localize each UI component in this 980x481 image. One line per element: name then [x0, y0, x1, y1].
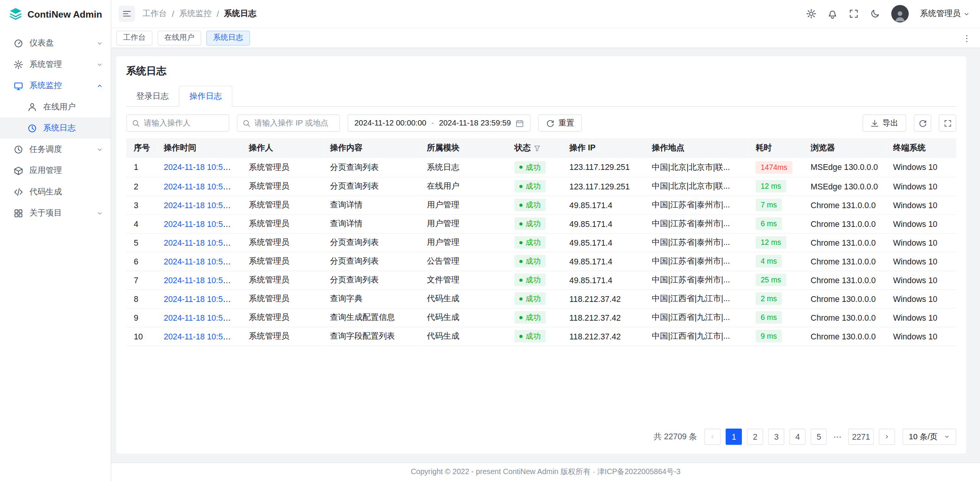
- page-button-3[interactable]: 3: [768, 429, 784, 445]
- operation-time-link[interactable]: 2024-11-18 10:51:53: [164, 256, 239, 266]
- user-menu[interactable]: 系统管理员: [920, 8, 970, 19]
- operation-time-link[interactable]: 2024-11-18 10:51:50: [164, 294, 239, 303]
- refresh-icon: [547, 119, 555, 127]
- next-page-button[interactable]: [879, 429, 895, 445]
- cell-content: 查询详情: [322, 196, 419, 214]
- cell-os: Windows 10: [885, 327, 956, 346]
- page-size-select[interactable]: 10 条/页: [903, 429, 956, 445]
- cell-ip: 49.85.171.4: [562, 196, 645, 214]
- table-fullscreen-button[interactable]: [939, 114, 956, 132]
- tab-label: 系统日志: [213, 33, 243, 43]
- tab-label: 工作台: [123, 33, 146, 43]
- cell-location: 中国|江西省|九江市|...: [644, 289, 748, 308]
- system-log-card: 系统日志 登录日志 操作日志 2024-11-12 00:00:: [116, 56, 966, 453]
- tab-system-log[interactable]: 系统日志: [206, 30, 250, 45]
- cell-operator: 系统管理员: [241, 308, 322, 327]
- sidebar-item-system-monitor[interactable]: 系统监控: [0, 75, 111, 96]
- operation-time-link[interactable]: 2024-11-18 10:52:47: [164, 181, 239, 191]
- operator-search-input[interactable]: [144, 119, 224, 127]
- table-row: 102024-11-18 10:51:49系统管理员查询字段配置列表代码生成成功…: [126, 327, 956, 346]
- cell-index: 10: [126, 327, 156, 346]
- cell-os: Windows 10: [885, 214, 956, 233]
- page-button-5[interactable]: 5: [811, 429, 827, 445]
- operation-time-link[interactable]: 2024-11-18 10:51:49: [164, 313, 239, 322]
- duration-badge: 1474ms: [756, 161, 792, 174]
- settings-icon[interactable]: [806, 9, 816, 19]
- tabbar-more-icon[interactable]: ⋮: [960, 33, 974, 42]
- tab-workbench[interactable]: 工作台: [116, 30, 153, 45]
- cell-module: 代码生成: [420, 289, 507, 308]
- cell-operator: 系统管理员: [241, 196, 322, 214]
- operation-time-link[interactable]: 2024-11-18 10:52:12: [164, 200, 239, 209]
- main-content: 系统日志 登录日志 操作日志 2024-11-12 00:00:: [111, 47, 980, 462]
- breadcrumb-item-system-monitor[interactable]: 系统监控: [179, 8, 212, 19]
- search-icon: [132, 119, 140, 127]
- export-button[interactable]: 导出: [862, 114, 906, 132]
- sidebar-item-app-management[interactable]: 应用管理: [0, 160, 111, 181]
- status-dot-icon: [519, 316, 523, 319]
- page-button-2271[interactable]: 2271: [848, 429, 874, 445]
- fullscreen-icon[interactable]: [849, 9, 859, 19]
- sidebar-item-about-project[interactable]: 关于项目: [0, 202, 111, 224]
- operation-time-link[interactable]: 2024-11-18 10:52:55: [164, 163, 239, 172]
- cell-module: 用户管理: [420, 233, 507, 252]
- reset-button[interactable]: 重置: [539, 114, 582, 132]
- dark-mode-moon-icon[interactable]: [870, 9, 880, 19]
- sidebar-collapse-button[interactable]: [119, 6, 135, 22]
- app-root: ContiNew Admin 仪表盘 系统管理 系统监控 在线用户: [0, 0, 980, 481]
- status-dot-icon: [519, 166, 523, 169]
- logo[interactable]: ContiNew Admin: [0, 0, 111, 28]
- cell-ip: 123.117.129.251: [562, 158, 645, 177]
- cell-module: 代码生成: [420, 308, 507, 327]
- cell-index: 8: [126, 289, 156, 308]
- pagination: 共 22709 条 12345⋯2271 10 条/页: [126, 421, 956, 448]
- sidebar-item-system-log[interactable]: 系统日志: [0, 117, 111, 139]
- cell-status: 成功: [507, 158, 562, 177]
- chevron-down-icon: [944, 434, 950, 440]
- tab-operation-log[interactable]: 操作日志: [179, 86, 232, 107]
- page-button-1[interactable]: 1: [726, 429, 742, 445]
- duration-badge: 4 ms: [756, 255, 782, 267]
- operation-time-link[interactable]: 2024-11-18 10:51:49: [164, 331, 239, 341]
- avatar-person-icon: [893, 9, 907, 23]
- copyright-text: Copyright © 2022 - present ContiNew Admi…: [411, 467, 681, 478]
- sidebar-item-code-generation[interactable]: 代码生成: [0, 181, 111, 202]
- tab-login-log[interactable]: 登录日志: [126, 86, 179, 106]
- sidebar-item-label: 仪表盘: [29, 38, 90, 49]
- sidebar-item-online-users[interactable]: 在线用户: [0, 96, 111, 117]
- status-filter-funnel-icon[interactable]: [534, 145, 541, 152]
- cell-time: 2024-11-18 10:51:49: [156, 308, 241, 327]
- cell-operator: 系统管理员: [241, 252, 322, 271]
- page-button-4[interactable]: 4: [789, 429, 805, 445]
- duration-badge: 25 ms: [756, 274, 786, 286]
- breadcrumb-item-workbench[interactable]: 工作台: [142, 8, 167, 19]
- pagination-ellipsis[interactable]: ⋯: [832, 432, 843, 441]
- cell-content: 查询生成配置信息: [322, 308, 419, 327]
- cell-ip: 118.212.37.42: [562, 308, 645, 327]
- tab-online-users[interactable]: 在线用户: [157, 30, 201, 45]
- cell-module: 文件管理: [420, 271, 507, 289]
- sidebar-item-dashboard[interactable]: 仪表盘: [0, 33, 111, 54]
- page-button-2[interactable]: 2: [747, 429, 763, 445]
- avatar[interactable]: [891, 5, 909, 23]
- sidebar-item-system-management[interactable]: 系统管理: [0, 54, 111, 75]
- notification-bell-icon[interactable]: [828, 9, 838, 19]
- column-header-browser: 浏览器: [803, 138, 886, 158]
- cell-status: 成功: [507, 252, 562, 271]
- table-refresh-button[interactable]: [914, 114, 931, 132]
- cell-ip: 118.212.37.42: [562, 289, 645, 308]
- operation-time-link[interactable]: 2024-11-18 10:52:05: [164, 219, 239, 228]
- sidebar-item-task-schedule[interactable]: 任务调度: [0, 139, 111, 160]
- operation-time-link[interactable]: 2024-11-18 10:51:55: [164, 238, 239, 247]
- logo-icon: [9, 7, 23, 21]
- date-range-picker[interactable]: 2024-11-12 00:00:00 - 2024-11-18 23:59:5…: [348, 114, 531, 132]
- table-row: 52024-11-18 10:51:55系统管理员分页查询列表用户管理成功49.…: [126, 233, 956, 252]
- operation-time-link[interactable]: 2024-11-18 10:51:52: [164, 275, 239, 284]
- calendar-icon: [516, 119, 524, 127]
- prev-page-button[interactable]: [704, 429, 720, 445]
- page-title: 系统日志: [126, 65, 956, 78]
- page-size-value: 10 条/页: [909, 431, 938, 442]
- footer: Copyright © 2022 - present ContiNew Admi…: [111, 462, 980, 481]
- ip-search-input[interactable]: [254, 119, 334, 127]
- cell-os: Windows 10: [885, 289, 956, 308]
